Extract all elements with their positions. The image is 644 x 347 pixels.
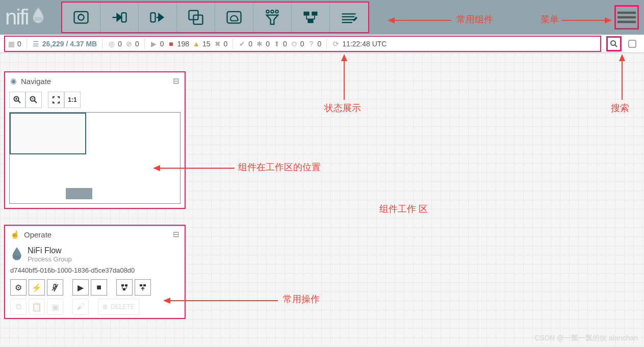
invalid-count: 15 [202, 40, 211, 48]
stop-button[interactable]: ■ [91, 279, 107, 296]
drop-icon [10, 246, 23, 263]
locally-modified-count: 0 [266, 40, 270, 48]
flow-type: Process Group [28, 255, 72, 263]
svg-rect-19 [629, 40, 636, 47]
stale-icon: ⬆ [273, 40, 281, 48]
navigate-controls: 1:1 [5, 90, 185, 110]
copy-button: ⧉ [10, 299, 27, 315]
svg-rect-29 [125, 284, 127, 286]
stale-count: 0 [283, 40, 287, 48]
template-button[interactable] [292, 3, 330, 32]
svg-rect-14 [617, 12, 636, 14]
start-button[interactable]: ▶ [72, 279, 89, 296]
flow-id: d7440bf5-016b-1000-1836-d5ce37da08d0 [10, 266, 179, 274]
collapse-button[interactable]: ⊟ [173, 76, 179, 86]
groups-icon: ▦ [7, 40, 15, 48]
processor-button[interactable] [62, 3, 100, 32]
group-button: ▣ [47, 299, 63, 315]
running-count: 0 [160, 40, 164, 48]
groups-count: 0 [17, 40, 21, 48]
svg-rect-7 [227, 12, 241, 23]
not-transmitting-icon: ⊘ [125, 40, 133, 48]
configure-button[interactable]: ⚙ [10, 279, 27, 296]
svg-rect-15 [617, 16, 636, 19]
svg-rect-16 [617, 21, 636, 23]
process-group-button[interactable] [177, 3, 215, 32]
operate-header: ☝ Operate ⊟ [5, 226, 185, 243]
disabled-icon: ✖ [214, 40, 222, 48]
navigate-title: Navigate [21, 77, 51, 86]
flow-name: NiFi Flow [28, 246, 72, 255]
locally-modified-icon: ✱ [255, 40, 264, 48]
logo-drop-icon [31, 5, 46, 30]
color-button: 🖌 [72, 299, 89, 315]
svg-rect-11 [303, 12, 309, 16]
upload-template-button[interactable] [135, 279, 151, 296]
not-transmitting-count: 0 [135, 40, 139, 48]
remote-process-group-button[interactable] [215, 3, 253, 32]
label-button[interactable] [330, 3, 368, 32]
refresh-time: 11:22:48 UTC [342, 40, 387, 48]
svg-rect-13 [307, 19, 313, 23]
create-template-button[interactable] [116, 279, 133, 296]
enable-button[interactable]: ⚡ [29, 279, 45, 296]
invalid-icon: ▲ [192, 40, 200, 48]
svg-rect-30 [123, 288, 125, 290]
zoom-fit-button[interactable] [48, 92, 64, 108]
funnel-button[interactable] [253, 3, 292, 32]
delete-button: 🗑 DELETE [98, 299, 139, 315]
stopped-count: 198 [177, 40, 189, 48]
uptodate-count: 0 [248, 40, 252, 48]
transmitting-count: 0 [118, 40, 122, 48]
hamburger-menu-button[interactable] [614, 5, 639, 30]
status-bar: ▦0 ☰26,229 / 4.37 MB ◎0 ⊘0 ▶0 ■198 ▲15 ✖… [0, 35, 644, 53]
bulletin-button[interactable] [625, 36, 640, 51]
operate-panel: ☝ Operate ⊟ NiFi Flow Process Group d744… [4, 225, 186, 319]
collapse-button[interactable]: ⊟ [173, 230, 179, 239]
operate-buttons-row2: ⧉ 📋 ▣ 🖌 🗑 DELETE [10, 299, 179, 315]
transmitting-icon: ◎ [108, 40, 116, 48]
navigate-header: ◉ Navigate ⊟ [5, 72, 185, 90]
input-port-button[interactable] [100, 3, 139, 32]
hand-icon: ☝ [10, 230, 20, 239]
logo-text: nifi [5, 5, 29, 30]
navigate-panel: ◉ Navigate ⊟ 1:1 [4, 71, 186, 209]
paste-button: 📋 [29, 299, 45, 315]
disable-button[interactable] [47, 279, 63, 296]
status-metrics: ▦0 ☰26,229 / 4.37 MB ◎0 ⊘0 ▶0 ■198 ▲15 ✖… [4, 36, 601, 52]
svg-rect-32 [143, 284, 146, 286]
stopped-icon: ■ [167, 40, 175, 48]
svg-rect-28 [121, 284, 124, 286]
refresh-icon[interactable]: ⟳ [332, 40, 340, 48]
search-button[interactable] [606, 36, 622, 51]
queued-icon: ☰ [32, 40, 40, 48]
svg-line-23 [18, 101, 21, 103]
zoom-actual-button[interactable]: 1:1 [64, 92, 81, 108]
component-minimap-block [66, 188, 92, 199]
sync-fail-count: 0 [300, 40, 304, 48]
operate-info: NiFi Flow Process Group [10, 246, 179, 263]
component-toolbar [61, 2, 369, 33]
svg-line-26 [35, 101, 37, 103]
svg-line-18 [615, 45, 617, 47]
svg-rect-12 [312, 12, 317, 16]
compass-icon: ◉ [10, 76, 17, 86]
svg-point-9 [271, 10, 274, 13]
disabled-count: 0 [224, 40, 228, 48]
zoom-in-button[interactable] [9, 92, 25, 108]
logo: nifi [5, 5, 46, 30]
svg-rect-4 [150, 13, 155, 22]
viewport-indicator[interactable] [10, 113, 86, 154]
svg-point-10 [275, 10, 278, 13]
output-port-button[interactable] [139, 3, 177, 32]
app-header: nifi [0, 0, 644, 35]
svg-point-8 [266, 10, 269, 13]
unknown-icon: ? [307, 40, 316, 48]
uptodate-icon: ✔ [238, 40, 246, 48]
svg-rect-31 [140, 284, 142, 286]
navigate-birdseye[interactable] [9, 112, 181, 204]
zoom-out-button[interactable] [25, 92, 42, 108]
operate-title: Operate [24, 230, 51, 239]
unknown-count: 0 [318, 40, 322, 48]
sync-fail-icon: ⊙ [290, 40, 298, 48]
